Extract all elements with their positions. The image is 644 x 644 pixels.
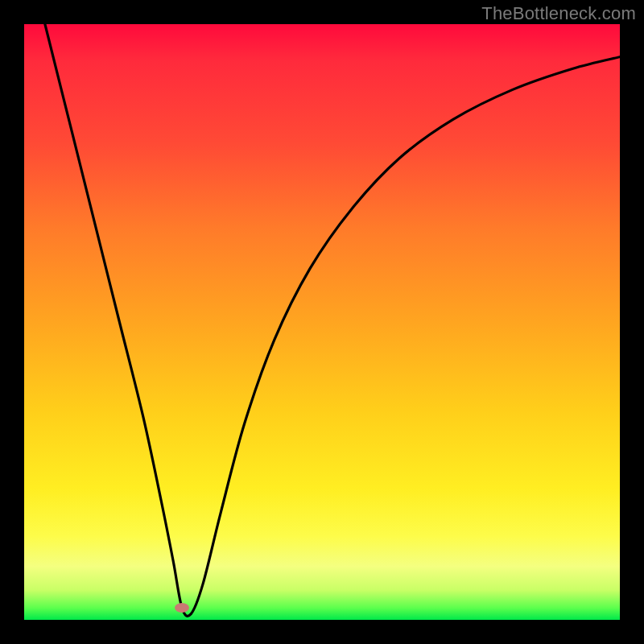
bottleneck-curve xyxy=(45,24,620,616)
chart-frame: TheBottleneck.com xyxy=(0,0,644,644)
plot-area xyxy=(24,24,620,620)
watermark-text: TheBottleneck.com xyxy=(481,3,636,24)
curve-svg xyxy=(24,24,620,620)
min-point-marker xyxy=(175,603,189,613)
